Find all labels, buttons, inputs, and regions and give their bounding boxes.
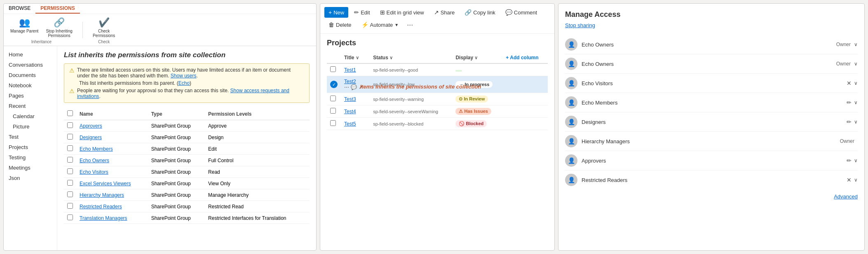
expand-icon[interactable]: ∨ xyxy=(854,61,858,67)
row-checkbox[interactable] xyxy=(67,157,73,163)
check-permissions-button[interactable]: ✔️ CheckPermissions xyxy=(89,16,118,40)
access-item: 👤 Echo Owners Owner ∨ xyxy=(565,35,858,54)
row-checkbox[interactable] xyxy=(67,168,73,174)
perm-name-link[interactable]: Echo Members xyxy=(80,146,113,152)
expand-icon[interactable]: ∨ xyxy=(854,158,858,163)
row-checkbox[interactable] xyxy=(67,191,73,197)
sidebar-item-documents[interactable]: Documents xyxy=(4,70,57,80)
row-checkbox[interactable] xyxy=(67,145,73,151)
sidebar-item-home[interactable]: Home xyxy=(4,49,57,60)
sidebar-item-conversations[interactable]: Conversations xyxy=(4,60,57,70)
expand-icon[interactable]: ∨ xyxy=(854,177,858,183)
th-level: Permission Levels xyxy=(205,108,310,120)
title-link[interactable]: Test5 xyxy=(344,121,356,127)
expand-icon[interactable]: ∨ xyxy=(854,80,858,86)
sidebar-item-pages[interactable]: Pages xyxy=(4,91,57,101)
row-checkbox[interactable] xyxy=(330,96,336,101)
row-checkbox[interactable] xyxy=(330,108,336,114)
edit-access-icon[interactable]: ✏ xyxy=(847,119,852,125)
sidebar-item-picture[interactable]: Picture xyxy=(4,121,57,132)
sidebar-item-recent[interactable]: Recent xyxy=(4,101,57,111)
perm-name-link[interactable]: Echo Owners xyxy=(80,158,109,163)
show-users-link[interactable]: Show users xyxy=(171,73,197,79)
automate-button[interactable]: ⚡ Automate ▼ xyxy=(357,19,403,30)
copy-link-icon: 🔗 xyxy=(464,9,472,16)
display-sort-icon: ∨ xyxy=(474,55,478,60)
status-sort-icon: ∨ xyxy=(389,55,393,60)
th-select xyxy=(327,52,341,63)
perm-name-link[interactable]: Echo Visitors xyxy=(80,169,108,175)
title-link[interactable]: Test3 xyxy=(344,96,356,102)
th-display[interactable]: Display ∨ xyxy=(452,52,502,63)
row-checkbox[interactable] xyxy=(67,134,73,140)
echo-link[interactable]: Echo xyxy=(178,80,190,86)
stop-sharing-link[interactable]: Stop sharing xyxy=(565,22,858,28)
access-icons: ✕∨ xyxy=(847,177,858,183)
title-link[interactable]: Test2 xyxy=(344,79,356,84)
perm-name-link[interactable]: Excel Services Viewers xyxy=(80,181,131,186)
delete-button[interactable]: 🗑 Delete xyxy=(324,19,356,30)
expand-icon[interactable]: ∨ xyxy=(854,42,858,47)
sidebar-item-meetings[interactable]: Meetings xyxy=(4,163,57,173)
th-checkbox xyxy=(64,108,76,120)
title-link[interactable]: Test4 xyxy=(344,109,356,114)
more-options-button[interactable]: ··· xyxy=(404,20,415,30)
access-icons: ✏∨ xyxy=(847,99,858,106)
access-item: 👤 Echo Visitors ✕∨ xyxy=(565,74,858,93)
th-title[interactable]: Title ∨ xyxy=(341,52,370,63)
tab-permissions[interactable]: PERMISSIONS xyxy=(35,4,80,14)
select-all-checkbox[interactable] xyxy=(67,110,73,116)
copy-link-button[interactable]: 🔗 Copy link xyxy=(460,7,499,18)
th-name: Name xyxy=(76,108,148,120)
middle-toolbar: + New ✏ Edit ⊞ Edit in grid view ↗ Share… xyxy=(320,4,554,34)
access-name: Echo Visitors xyxy=(582,80,847,86)
row-checkbox[interactable] xyxy=(67,203,73,209)
comment-button[interactable]: 💬 Comment xyxy=(501,7,541,18)
row-checkbox[interactable] xyxy=(67,214,73,220)
perm-name-link[interactable]: Hierarchy Managers xyxy=(80,192,124,198)
right-panel: Manage Access Stop sharing 👤 Echo Owners… xyxy=(558,3,865,251)
sidebar-item-test[interactable]: Test xyxy=(4,132,57,142)
edit-access-icon[interactable]: ✏ xyxy=(847,157,852,164)
title-link[interactable]: Test1 xyxy=(344,67,356,73)
new-button[interactable]: + New xyxy=(324,7,348,18)
permissions-table: Name Type Permission Levels Approvers Sh… xyxy=(64,108,310,224)
access-item: 👤 Echo Owners Owner ∨ xyxy=(565,54,858,74)
expand-icon[interactable]: ∨ xyxy=(854,119,858,125)
expand-icon[interactable]: ∨ xyxy=(854,100,858,105)
stop-inheriting-button[interactable]: 🔗 Stop InheritingPermissions xyxy=(42,16,76,40)
check-permissions-icon: ✔️ xyxy=(99,17,110,28)
sidebar-item-testing[interactable]: Testing xyxy=(4,152,57,163)
perm-name-link[interactable]: Designers xyxy=(80,135,102,140)
delete-access-icon[interactable]: ✕ xyxy=(847,177,852,183)
edit-grid-button[interactable]: ⊞ Edit in grid view xyxy=(376,7,428,18)
tab-browse[interactable]: BROWSE xyxy=(4,4,35,14)
sidebar-item-notebook[interactable]: Notebook xyxy=(4,80,57,91)
perm-name-link[interactable]: Restricted Readers xyxy=(80,204,122,210)
edit-button[interactable]: ✏ Edit xyxy=(350,7,374,18)
row-checkbox[interactable] xyxy=(330,66,336,72)
th-type: Type xyxy=(148,108,205,120)
edit-access-icon[interactable]: ✏ xyxy=(847,99,852,106)
access-item: 👤 Echo Members ✏∨ xyxy=(565,93,858,112)
table-row: Excel Services Viewers SharePoint Group … xyxy=(64,178,310,189)
sidebar-item-projects[interactable]: Projects xyxy=(4,142,57,152)
edit-grid-icon: ⊞ xyxy=(380,9,385,16)
sidebar-item-calendar[interactable]: Calendar xyxy=(4,111,57,121)
share-button[interactable]: ↗ Share xyxy=(430,7,459,18)
row-checkbox[interactable] xyxy=(330,120,336,126)
th-status[interactable]: Status ∨ xyxy=(370,52,452,63)
perm-name-link[interactable]: Approvers xyxy=(80,123,102,129)
manage-parent-button[interactable]: 👥 Manage Parent xyxy=(7,16,42,40)
delete-access-icon[interactable]: ✕ xyxy=(847,80,852,86)
row-checkbox[interactable] xyxy=(67,122,73,128)
row-checkbox[interactable] xyxy=(67,180,73,186)
th-add-column[interactable]: + Add column xyxy=(502,52,548,63)
advanced-link[interactable]: Advanced xyxy=(565,193,858,200)
access-list: 👤 Echo Owners Owner ∨ 👤 Echo Owners Owne… xyxy=(565,35,858,189)
perm-name-link[interactable]: Translation Managers xyxy=(80,215,127,221)
access-role: Owner xyxy=(836,61,851,67)
access-name: Echo Owners xyxy=(582,42,836,48)
access-requests-link[interactable]: Show access requests and invitations xyxy=(77,88,289,99)
sidebar-item-json[interactable]: Json xyxy=(4,173,57,183)
